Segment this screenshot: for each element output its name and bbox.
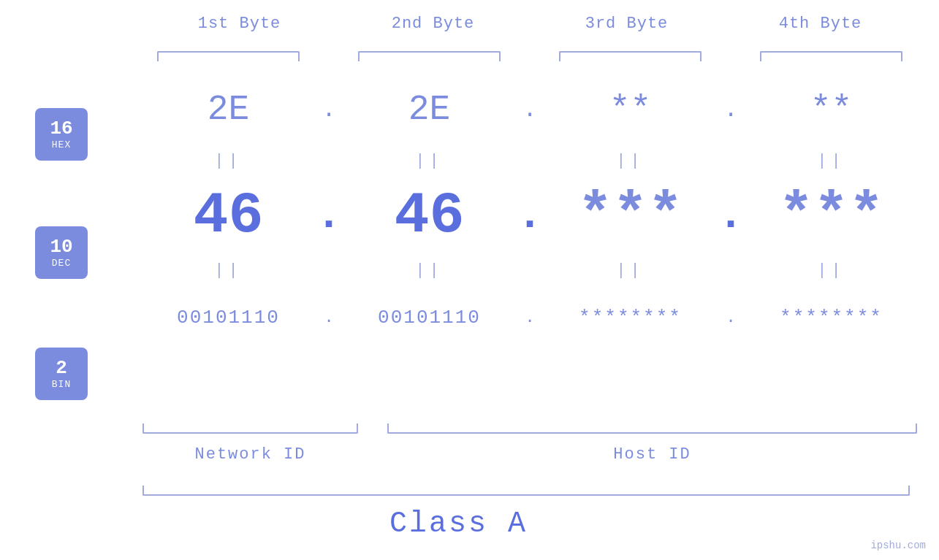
hex-badge: 16 HEX <box>35 108 88 161</box>
bracket-cell-1 <box>142 51 314 61</box>
top-brackets <box>142 51 917 61</box>
eq2-b1: || <box>142 261 314 280</box>
bin-b4: ******** <box>745 307 917 329</box>
hex-dot1: . <box>314 96 343 123</box>
eq1-b4: || <box>745 152 917 170</box>
dec-badge: 10 DEC <box>35 226 88 279</box>
bracket-line-1 <box>157 51 300 61</box>
dec-dot1: . <box>314 191 343 240</box>
hex-row: 2E . 2E . ** . ** <box>142 73 917 146</box>
byte3-header: 3rd Byte <box>530 15 723 33</box>
bracket-line-4 <box>760 51 902 61</box>
hex-b3: ** <box>544 90 716 129</box>
main-container: 1st Byte 2nd Byte 3rd Byte 4th Byte 16 H… <box>0 0 939 560</box>
host-id-label: Host ID <box>387 445 917 464</box>
eq2-b3: || <box>544 261 716 280</box>
hex-b2: 2E <box>343 90 515 129</box>
bin-badge-label: BIN <box>52 379 71 390</box>
dec-b2: 46 <box>343 183 515 249</box>
class-bracket <box>142 486 910 496</box>
dec-badge-label: DEC <box>52 258 71 269</box>
network-bracket <box>142 423 358 434</box>
bin-dot3: . <box>716 309 745 327</box>
eq1-b2: || <box>343 152 515 170</box>
dec-row: 46 . 46 . *** . *** <box>142 175 917 256</box>
dec-b3: *** <box>544 183 716 249</box>
watermark: ipshu.com <box>870 540 926 551</box>
hex-dot3: . <box>716 96 745 123</box>
dec-b1: 46 <box>142 183 314 249</box>
hex-badge-label: HEX <box>52 139 71 150</box>
dec-dot3: . <box>716 191 745 240</box>
bin-b2: 00101110 <box>343 307 515 329</box>
eq2-b4: || <box>745 261 917 280</box>
equals-row-2: || || || || <box>142 256 917 285</box>
bin-dot1: . <box>314 309 343 327</box>
dec-badge-number: 10 <box>50 237 72 258</box>
bin-badge: 2 BIN <box>35 348 88 400</box>
bracket-line-2 <box>358 51 501 61</box>
dec-b4: *** <box>745 183 917 249</box>
hex-b4: ** <box>745 90 917 129</box>
bracket-line-3 <box>559 51 702 61</box>
host-bracket <box>387 423 917 434</box>
bracket-cell-3 <box>544 51 716 61</box>
id-labels: Network ID Host ID <box>142 445 917 464</box>
hex-dot2: . <box>515 96 544 123</box>
bin-row: 00101110 . 00101110 . ******** . *******… <box>142 285 917 350</box>
equals-row-1: || || || || <box>142 146 917 175</box>
bracket-cell-2 <box>343 51 515 61</box>
eq1-b3: || <box>544 152 716 170</box>
network-id-label: Network ID <box>142 445 358 464</box>
byte4-header: 4th Byte <box>723 15 917 33</box>
dec-dot2: . <box>515 191 544 240</box>
byte2-header: 2nd Byte <box>336 15 530 33</box>
rows-area: 2E . 2E . ** . ** || || <box>142 73 917 350</box>
eq1-b1: || <box>142 152 314 170</box>
hex-b1: 2E <box>142 90 314 129</box>
bin-badge-number: 2 <box>56 358 67 379</box>
bracket-cell-4 <box>745 51 917 61</box>
hex-badge-number: 16 <box>50 118 72 139</box>
bottom-brackets <box>142 423 917 434</box>
bin-b3: ******** <box>544 307 716 329</box>
class-label: Class A <box>0 507 917 540</box>
bin-b1: 00101110 <box>142 307 314 329</box>
bin-dot2: . <box>515 309 544 327</box>
eq2-b2: || <box>343 261 515 280</box>
byte-headers: 1st Byte 2nd Byte 3rd Byte 4th Byte <box>142 15 917 33</box>
byte1-header: 1st Byte <box>142 15 336 33</box>
